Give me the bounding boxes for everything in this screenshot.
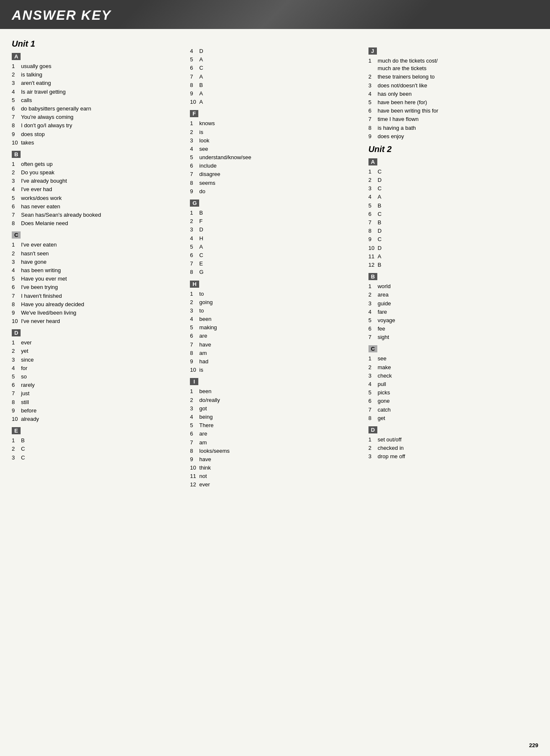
list-item: 7Sean has/Sean's already booked xyxy=(12,211,182,219)
list-item: 7time I have flown xyxy=(368,116,538,123)
answer-list-unit2-B: 1world 2area 3guide 4fare 5voyage 6fee 7… xyxy=(368,283,538,341)
answer-list-unit1-D: 1ever 2yet 3since 4for 5so 6rarely 7just… xyxy=(12,339,182,423)
list-item: 3C xyxy=(368,185,538,192)
list-item: 7catch xyxy=(368,406,538,414)
page-number: 229 xyxy=(529,742,538,748)
list-item: 12B xyxy=(368,261,538,269)
list-item: 9does enjoy xyxy=(368,133,538,140)
list-item: 4has been writing xyxy=(12,267,182,274)
list-item: 6are xyxy=(190,430,360,438)
list-item: 5calls xyxy=(12,97,182,104)
list-item: 10think xyxy=(190,464,360,472)
list-item: 5There xyxy=(190,422,360,429)
header: ANSWER KEY xyxy=(0,0,550,29)
list-item: 7have xyxy=(190,341,360,349)
list-item: 5works/does work xyxy=(12,194,182,202)
main-content: Unit 1 A 1usually goes 2is talking 3aren… xyxy=(0,37,550,493)
answer-list-unit1-C: 1I've ever eaten 2hasn't seen 3have gone… xyxy=(12,241,182,325)
list-item: 5picks xyxy=(368,389,538,396)
section-label-B: B xyxy=(12,151,21,158)
section-label-C: C xyxy=(12,231,21,239)
list-item: 8looks/seems xyxy=(190,447,360,455)
list-item: 8B xyxy=(190,81,360,89)
list-item: 6rarely xyxy=(12,381,182,389)
section-unit1-J: J 1much do the tickets cost/much are the… xyxy=(368,47,538,140)
list-item: 4Is air travel getting xyxy=(12,88,182,96)
list-item: 1world xyxy=(368,283,538,290)
list-item: 1been xyxy=(190,388,360,395)
list-item: 9We've lived/been living xyxy=(12,309,182,317)
list-item: 7I haven't finished xyxy=(12,292,182,300)
section-label-H: H xyxy=(190,281,199,288)
list-item: 3have gone xyxy=(12,258,182,266)
list-item: 2hasn't seen xyxy=(12,250,182,257)
section-unit1-G: G 1B 2F 3D 4H 5A 6C 7E 8G xyxy=(190,200,360,276)
list-item: 1B xyxy=(190,209,360,217)
list-item: 12ever xyxy=(190,481,360,488)
list-item: 9have xyxy=(190,456,360,463)
list-item: 5Have you ever met xyxy=(12,275,182,283)
answer-list-unit2-A: 1C 2D 3C 4A 5B 6C 7B 8D 9C 10D 11A 12B xyxy=(368,168,538,269)
unit1-title: Unit 1 xyxy=(12,39,182,49)
list-item: 4has only been xyxy=(368,90,538,98)
list-item: 3drop me off xyxy=(368,453,538,460)
list-item: 6I've been trying xyxy=(12,284,182,291)
section-unit1-E: E 1B 2C 3C xyxy=(12,427,182,462)
list-item: 2Do you speak xyxy=(12,169,182,176)
answer-list-unit1-E: 1B 2C 3C xyxy=(12,437,182,462)
list-item: 2make xyxy=(368,364,538,371)
list-item: 6fee xyxy=(368,325,538,333)
section-unit1-I: I 1been 2do/really 3got 4being 5There 6a… xyxy=(190,378,360,488)
list-item: 8still xyxy=(12,399,182,406)
section-label-unit2-C: C xyxy=(368,345,377,352)
list-item: 5voyage xyxy=(368,317,538,324)
list-item: 1to xyxy=(190,290,360,298)
list-item: 4pull xyxy=(368,381,538,388)
section-label-J: J xyxy=(368,47,377,55)
answer-list-unit1-A: 1usually goes 2is talking 3aren't eating… xyxy=(12,63,182,147)
list-item: 3look xyxy=(190,137,360,144)
list-item: 4being xyxy=(190,413,360,421)
list-item: 6include xyxy=(190,162,360,170)
list-item: 5have been here (for) xyxy=(368,99,538,106)
list-item: 4fare xyxy=(368,308,538,316)
answer-list-unit1-G: 1B 2F 3D 4H 5A 6C 7E 8G xyxy=(190,209,360,276)
list-item: 5understand/know/see xyxy=(190,154,360,161)
column-1: Unit 1 A 1usually goes 2is talking 3aren… xyxy=(12,37,190,493)
list-item: 11not xyxy=(190,472,360,480)
list-item: 1usually goes xyxy=(12,63,182,70)
list-item: 4A xyxy=(368,193,538,201)
list-item: 1often gets up xyxy=(12,160,182,168)
list-item: 7sight xyxy=(368,333,538,341)
list-item: 2F xyxy=(190,218,360,225)
list-item: 6have been writing this for xyxy=(368,107,538,115)
list-item: 8I don't go/I always try xyxy=(12,122,182,129)
list-item: 7am xyxy=(190,439,360,446)
list-item: 8seems xyxy=(190,179,360,187)
section-label-E: E xyxy=(12,427,21,434)
list-item: 6C xyxy=(368,210,538,218)
section-unit2-B: B 1world 2area 3guide 4fare 5voyage 6fee… xyxy=(368,273,538,341)
section-unit2-D: D 1set out/off 2checked in 3drop me off xyxy=(368,426,538,461)
list-item: 8D xyxy=(368,227,538,235)
list-item: 7You're always coming xyxy=(12,113,182,121)
list-item: 2is talking xyxy=(12,71,182,79)
list-item: 8am xyxy=(190,349,360,357)
list-item: 6are xyxy=(190,332,360,340)
list-item: 3does not/doesn't like xyxy=(368,82,538,89)
list-item: 10takes xyxy=(12,139,182,147)
list-item: 10D xyxy=(368,244,538,252)
section-unit1-A: A 1usually goes 2is talking 3aren't eati… xyxy=(12,53,182,147)
list-item: 2is xyxy=(190,129,360,136)
list-item: 1much do the tickets cost/much are the t… xyxy=(368,57,538,72)
list-item: 10already xyxy=(12,415,182,423)
section-unit1-D: D 1ever 2yet 3since 4for 5so 6rarely 7ju… xyxy=(12,329,182,423)
list-item: 3aren't eating xyxy=(12,79,182,87)
section-label-unit2-D: D xyxy=(368,426,377,433)
section-unit1-F: F 1knows 2is 3look 4see 5understand/know… xyxy=(190,110,360,195)
list-item: 7E xyxy=(190,260,360,268)
section-label-G: G xyxy=(190,200,199,207)
list-item: 8is having a bath xyxy=(368,124,538,132)
list-item: 1B xyxy=(12,437,182,444)
list-item: 1knows xyxy=(190,120,360,127)
